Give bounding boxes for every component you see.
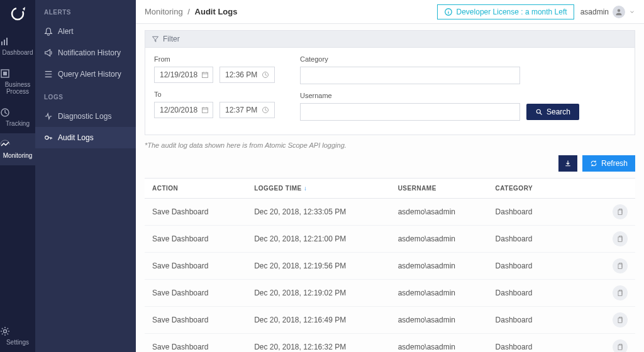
megaphone-icon — [44, 48, 53, 57]
svg-point-11 — [618, 9, 621, 12]
nav-monitoring[interactable]: Monitoring — [0, 133, 35, 165]
breadcrumb: Monitoring / Audit Logs — [145, 7, 237, 16]
gear-icon — [0, 326, 35, 336]
from-date-input[interactable]: 12/19/2018 — [154, 67, 213, 83]
to-date-input[interactable]: 12/20/2018 — [154, 102, 213, 118]
col-logged-time[interactable]: LOGGED TIME ↓ — [247, 179, 390, 199]
sidebar-item-audit-logs[interactable]: Audit Logs — [35, 127, 136, 148]
category-label: Category — [300, 55, 579, 63]
username: asadmin — [580, 8, 609, 16]
cell-user: asdemo\asadmin — [391, 334, 488, 353]
refresh-icon — [590, 160, 597, 167]
copy-button[interactable] — [613, 285, 628, 300]
filter-title: Filter — [163, 35, 180, 43]
calendar-icon — [201, 106, 209, 114]
to-time-value: 12:37 PM — [225, 106, 257, 114]
nav-dashboard[interactable]: Dashboard — [0, 30, 35, 62]
cell-time: Dec 20, 2018, 12:19:56 PM — [247, 253, 390, 280]
monitoring-icon — [0, 140, 35, 150]
breadcrumb-parent[interactable]: Monitoring — [145, 7, 183, 16]
from-label: From — [154, 55, 275, 63]
table-row: Save DashboardDec 20, 2018, 12:16:32 PMa… — [145, 334, 635, 353]
info-icon — [444, 8, 453, 16]
col-category[interactable]: CATEGORY — [488, 179, 605, 199]
copy-button[interactable] — [613, 258, 628, 273]
cell-user: asdemo\asadmin — [391, 253, 488, 280]
search-button[interactable]: Search — [526, 104, 579, 120]
to-label: To — [154, 91, 275, 98]
license-badge[interactable]: Developer License : a month Left — [437, 4, 574, 19]
nav-tracking[interactable]: Tracking — [0, 101, 35, 133]
nav-settings[interactable]: Settings — [0, 320, 35, 352]
sidebar-item-label: Diagnostic Logs — [58, 112, 111, 121]
calendar-icon — [201, 71, 209, 79]
table-row: Save DashboardDec 20, 2018, 12:21:00 PMa… — [145, 226, 635, 253]
sidebar-item-label: Notification History — [58, 48, 121, 57]
tracking-icon — [0, 107, 35, 118]
business-process-icon — [0, 69, 35, 79]
nav-label: Tracking — [6, 120, 30, 127]
sidebar-section-logs: LOGS — [35, 85, 136, 106]
col-username[interactable]: USERNAME — [391, 179, 488, 199]
sidebar-item-query-alert-history[interactable]: Query Alert History — [35, 63, 136, 85]
chevron-down-icon — [629, 9, 635, 15]
sidebar-item-label: Audit Logs — [58, 133, 94, 142]
svg-rect-18 — [618, 237, 622, 242]
svg-rect-12 — [203, 72, 208, 77]
svg-rect-4 — [6, 38, 8, 45]
audit-table: ACTION LOGGED TIME ↓ USERNAME CATEGORY S… — [145, 178, 635, 352]
sidebar-item-alert[interactable]: Alert — [35, 21, 136, 42]
from-time-input[interactable]: 12:36 PM — [219, 67, 275, 83]
cell-time: Dec 20, 2018, 12:16:49 PM — [247, 307, 390, 334]
col-action[interactable]: ACTION — [145, 179, 247, 199]
cell-action: Save Dashboard — [145, 334, 247, 353]
sidebar-item-notification-history[interactable]: Notification History — [35, 42, 136, 63]
to-time-input[interactable]: 12:37 PM — [219, 102, 275, 118]
copy-button[interactable] — [613, 312, 628, 327]
from-time-value: 12:36 PM — [225, 70, 257, 79]
table-row: Save DashboardDec 20, 2018, 12:19:02 PMa… — [145, 280, 635, 307]
copy-button[interactable] — [613, 339, 628, 352]
search-label: Search — [547, 107, 570, 116]
breadcrumb-current: Audit Logs — [195, 7, 238, 16]
svg-rect-22 — [618, 345, 622, 350]
sidebar-section-alerts: ALERTS — [35, 0, 136, 21]
table-row: Save DashboardDec 20, 2018, 12:19:56 PMa… — [145, 253, 635, 280]
svg-rect-3 — [4, 40, 5, 45]
cell-user: asdemo\asadmin — [391, 199, 488, 226]
svg-rect-6 — [3, 72, 7, 75]
cell-time: Dec 20, 2018, 12:19:02 PM — [247, 280, 390, 307]
cell-category: Dashboard — [488, 253, 605, 280]
sidebar-item-diagnostic-logs[interactable]: Diagnostic Logs — [35, 106, 136, 127]
nav-label: Business Process — [0, 81, 35, 95]
cell-action: Save Dashboard — [145, 253, 247, 280]
download-button[interactable] — [558, 155, 577, 172]
sidebar-item-label: Alert — [58, 27, 74, 36]
nav-label: Dashboard — [3, 49, 33, 56]
refresh-button[interactable]: Refresh — [582, 155, 635, 172]
svg-point-0 — [12, 8, 23, 19]
nav-label: Settings — [6, 339, 29, 346]
topbar: Monitoring / Audit Logs Developer Licens… — [136, 0, 644, 24]
cell-action: Save Dashboard — [145, 226, 247, 253]
cell-category: Dashboard — [488, 280, 605, 307]
cell-user: asdemo\asadmin — [391, 280, 488, 307]
key-icon — [44, 133, 53, 142]
nav-business-process[interactable]: Business Process — [0, 62, 35, 101]
cell-category: Dashboard — [488, 334, 605, 353]
cell-time: Dec 20, 2018, 12:21:00 PM — [247, 226, 390, 253]
app-logo — [9, 5, 26, 23]
refresh-label: Refresh — [601, 159, 628, 168]
cell-user: asdemo\asadmin — [391, 307, 488, 334]
user-menu[interactable]: asadmin — [580, 6, 635, 18]
cell-category: Dashboard — [488, 226, 605, 253]
cell-time: Dec 20, 2018, 12:33:05 PM — [247, 199, 390, 226]
username-label: Username — [300, 92, 579, 99]
cell-category: Dashboard — [488, 199, 605, 226]
svg-point-8 — [4, 330, 7, 333]
filter-icon — [152, 35, 159, 43]
copy-button[interactable] — [613, 231, 628, 246]
copy-button[interactable] — [613, 204, 628, 219]
category-input[interactable] — [300, 67, 520, 84]
username-input[interactable] — [300, 103, 520, 121]
